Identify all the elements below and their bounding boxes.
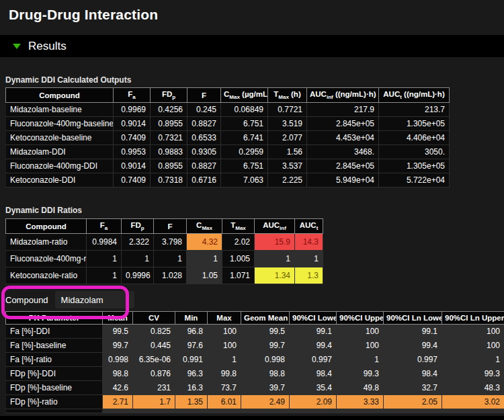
value-cell: 15.9 [255,234,295,251]
row-label-cell: FDp [%]-DDI [6,367,103,381]
value-cell: 1 [295,251,323,267]
value-cell: 6.35e-06 [133,353,175,367]
results-section-header[interactable]: Results [0,35,504,57]
value-cell: 0.9953 [114,145,151,159]
value-cell: 0.997 [384,353,442,367]
col-header: 90%CI Ln Upper [442,312,504,325]
value-cell: 0.245 [187,103,221,117]
col-header: CMax (µg/mL) [221,88,268,103]
value-cell: 1.34 [255,267,295,284]
value-cell: 14.3 [295,234,323,251]
value-cell: 1 [337,353,384,367]
value-cell: 231 [133,381,175,395]
value-cell: 7.063 [221,173,268,187]
value-cell: 99.4 [384,339,442,353]
value-cell [337,409,384,413]
value-cell: 100 [208,339,241,353]
table-row: Fluconazole-400mg-DDI 0.9014 0.8955 0.88… [6,159,450,173]
pk-statistics-table: PK Parameter Mean CV Min Max Geom Mean 9… [5,311,504,413]
value-cell: 3.537 [268,159,307,173]
compound-select[interactable]: Midazolam ▲▼ [55,291,134,308]
compound-selector-row: Compound Midazolam ▲▼ [5,291,134,308]
col-header: AUCt [295,219,323,234]
value-cell: 0.825 [133,325,175,339]
value-cell: 0.06849 [221,103,268,117]
value-cell: 213.7 [379,103,450,117]
value-cell: 0.2959 [221,145,268,159]
col-header: F [187,88,221,103]
col-header: AUCt ((ng/mL)·h) [379,88,450,103]
row-label-cell: Ketoconazole-ratio [6,267,87,284]
value-cell: 0.991 [175,353,208,367]
table-row: Ketoconazole-DDI 0.7409 0.7318 0.6716 7.… [6,173,450,187]
value-cell: 100 [442,339,504,353]
value-cell: 4.453e+04 [307,131,379,145]
value-cell: 1 [154,251,187,267]
row-label-cell: Fluconazole-400mg-baseline [6,117,114,131]
row-label-cell: Fluconazole-400mg-DDI [6,159,114,173]
value-cell: 0.8827 [187,159,221,173]
value-cell: 100 [208,325,241,339]
col-header: AUCinf [255,219,295,234]
col-header: Min [175,312,208,325]
value-cell [384,409,442,413]
value-cell: 2.845e+05 [307,159,379,173]
table-header-row: Compound Fa FDp F CMax (µg/mL) TMax (h) … [6,88,450,103]
value-cell: 1.35 [175,395,208,409]
col-header: Fa [114,88,151,103]
value-cell: 1.028 [154,267,187,284]
row-label-cell: Ketoconazole-DDI [6,173,114,187]
value-cell: 0.9984 [87,234,122,251]
value-cell: 0.6716 [187,173,221,187]
table-header-row: Compound Fa FDp F CMax TMax AUCinf AUCt [6,219,323,234]
row-label-cell: Fa [%]-DDI [6,325,103,339]
value-cell: 6.741 [221,131,268,145]
value-cell: 2.322 [122,234,154,251]
value-cell: 1.3 [295,267,323,284]
value-cell: 99.3 [337,367,384,381]
value-cell: 3.519 [268,117,307,131]
col-header: Geom Mean [241,312,290,325]
value-cell: 1.05 [187,267,222,284]
col-header: 90%CI Ln Lower [384,312,442,325]
value-cell: 99.4 [290,339,337,353]
col-header: F [154,219,187,234]
value-cell: 0.9014 [114,159,151,173]
value-cell: 3.33 [337,395,384,409]
value-cell: 1.005 [222,251,255,267]
col-header: FDp [151,88,187,103]
value-cell: 0.7318 [151,173,187,187]
value-cell: 0.7409 [114,131,151,145]
value-cell: 2.225 [268,173,307,187]
collapse-triangle-icon[interactable] [13,44,21,49]
ratios-table: Compound Fa FDp F CMax TMax AUCinf AUCt … [5,218,323,284]
bottom-section-bar [0,416,504,420]
table-row: Fluconazole-400mg-ratio 1 1 1 1 1.005 1 … [6,251,323,267]
value-cell: 0.998 [241,353,290,367]
value-cell: 0.9969 [114,103,151,117]
value-cell: 1 [87,251,122,267]
value-cell: 0.4256 [151,103,187,117]
col-header: CMax [187,219,222,234]
value-cell: 1 [122,251,154,267]
value-cell: 0.998 [103,353,133,367]
col-header: Mean [103,312,133,325]
row-label-cell: Fa [%]-ratio [6,353,103,367]
results-section-label: Results [28,40,67,53]
value-cell: 2.077 [268,131,307,145]
col-header: AUCinf ((ng/mL)·h) [307,88,379,103]
value-cell: 39.7 [241,381,290,395]
calculated-outputs-table: Compound Fa FDp F CMax (µg/mL) TMax (h) … [5,87,450,187]
value-cell: 99.1 [290,325,337,339]
value-cell: 0.9014 [114,117,151,131]
value-cell: 6.01 [208,395,241,409]
value-cell: 98.8 [103,367,133,381]
value-cell: 4.406e+04 [379,131,450,145]
col-header: TMax (h) [268,88,307,103]
value-cell [103,409,133,413]
value-cell: 98.4 [290,367,337,381]
table-header-row: PK Parameter Mean CV Min Max Geom Mean 9… [6,312,504,325]
value-cell: 0.7409 [114,173,151,187]
table-row: Ketoconazole-ratio 1 0.9996 1.028 1.05 1… [6,267,323,284]
table-row: Ketoconazole-baseline 0.7409 0.7321 0.65… [6,131,450,145]
